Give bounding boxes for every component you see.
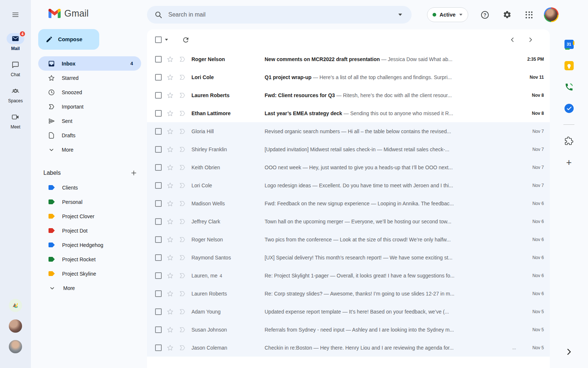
email-row[interactable]: Lauren Roberts Fwd: Client resources for… [147, 86, 550, 104]
row-checkbox[interactable] [155, 236, 162, 243]
email-row[interactable]: Adam Young Updated expense report templa… [147, 302, 550, 321]
rail-item-meet[interactable]: Meet [7, 112, 24, 130]
profile-avatar[interactable] [544, 7, 559, 22]
star-icon[interactable] [166, 146, 174, 153]
row-checkbox[interactable] [155, 200, 162, 207]
email-row[interactable]: Lauren, me4 Re: Project Skylight 1-pager… [147, 266, 550, 284]
star-icon[interactable] [166, 218, 174, 225]
star-icon[interactable] [166, 344, 174, 351]
star-icon[interactable] [166, 308, 174, 315]
email-row[interactable]: Lori Cole Logo redesign ideas — Excellen… [147, 176, 550, 194]
compose-button[interactable]: Compose [38, 29, 99, 50]
important-marker-icon[interactable] [179, 218, 186, 225]
newer-page-button[interactable] [505, 32, 520, 47]
star-icon[interactable] [166, 128, 174, 135]
email-row[interactable]: Roger Nelson Two pics from the conferenc… [147, 230, 550, 248]
sidebar-item-important[interactable]: Important [38, 99, 141, 114]
refresh-button[interactable] [178, 32, 193, 47]
row-checkbox[interactable] [155, 326, 162, 333]
settings-button[interactable] [500, 7, 514, 22]
contact-avatar-2[interactable] [9, 340, 22, 353]
star-icon[interactable] [166, 272, 174, 279]
calendar-button[interactable]: 31 [564, 39, 574, 49]
row-checkbox[interactable] [155, 56, 162, 63]
select-options-button[interactable] [163, 37, 170, 43]
label-item-project-rocket[interactable]: Project Rocket [38, 252, 141, 266]
email-row[interactable]: Ethan Lattimore Last year’s EMEA strateg… [147, 104, 550, 122]
sidebar-item-starred[interactable]: Starred [38, 71, 141, 85]
create-label-button[interactable] [129, 168, 139, 178]
addons-button[interactable] [564, 136, 574, 146]
important-marker-icon[interactable] [179, 308, 186, 315]
row-checkbox[interactable] [155, 272, 162, 279]
tasks-button[interactable] [564, 103, 574, 113]
important-marker-icon[interactable] [179, 254, 186, 261]
important-marker-icon[interactable] [179, 272, 186, 279]
rail-item-spaces[interactable]: Spaces [7, 85, 24, 103]
row-checkbox[interactable] [155, 344, 162, 351]
star-icon[interactable] [166, 326, 174, 333]
star-icon[interactable] [166, 200, 174, 207]
important-marker-icon[interactable] [179, 56, 186, 63]
sidebar-item-snoozed[interactable]: Snoozed [38, 85, 141, 99]
keep-button[interactable] [564, 60, 574, 71]
star-icon[interactable] [166, 110, 174, 117]
email-row[interactable]: Susan Johnson Referrals from Sydney - ne… [147, 321, 550, 339]
important-marker-icon[interactable] [179, 326, 186, 333]
sidebar-item-sent[interactable]: Sent [38, 114, 141, 128]
email-row[interactable]: Lori Cole Q1 project wrap-up — Here’s a … [147, 68, 550, 86]
email-row[interactable]: Roger Nelson New comments on MCR2022 dra… [147, 50, 550, 68]
label-item-project-clover[interactable]: Project Clover [38, 209, 141, 223]
label-item-project-dot[interactable]: Project Dot [38, 223, 141, 238]
star-icon[interactable] [166, 92, 174, 99]
row-checkbox[interactable] [155, 218, 162, 225]
label-item-project-hedgehog[interactable]: Project Hedgehog [38, 238, 141, 252]
older-page-button[interactable] [523, 32, 538, 47]
search-input[interactable] [168, 11, 391, 18]
contact-avatar-1[interactable] [9, 319, 22, 333]
row-checkbox[interactable] [155, 128, 162, 135]
email-row[interactable]: Jason Coleman Checkin in re:Boston — Hey… [147, 339, 550, 357]
important-marker-icon[interactable] [179, 164, 186, 171]
star-icon[interactable] [166, 164, 174, 171]
row-checkbox[interactable] [155, 254, 162, 261]
email-row[interactable]: Shirley Franklin [Updated invitation] Mi… [147, 140, 550, 158]
row-checkbox[interactable] [155, 182, 162, 189]
star-icon[interactable] [166, 56, 174, 63]
email-row[interactable]: Gloria Hill Revised organic search numbe… [147, 122, 550, 140]
email-row[interactable]: Jeffrey Clark Town hall on the upcoming … [147, 212, 550, 230]
voice-button[interactable] [564, 82, 574, 92]
star-icon[interactable] [166, 182, 174, 189]
row-checkbox[interactable] [155, 164, 162, 171]
label-item-personal[interactable]: Personal [38, 195, 141, 209]
important-marker-icon[interactable] [179, 236, 186, 243]
row-checkbox[interactable] [155, 290, 162, 297]
important-marker-icon[interactable] [179, 344, 186, 351]
sidebar-item-more[interactable]: More [38, 142, 141, 157]
important-marker-icon[interactable] [179, 182, 186, 189]
important-marker-icon[interactable] [179, 200, 186, 207]
star-icon[interactable] [166, 290, 174, 297]
search-bar[interactable] [147, 6, 412, 24]
collapse-panel-button[interactable] [564, 347, 574, 357]
main-menu-button[interactable] [7, 6, 24, 24]
row-checkbox[interactable] [155, 308, 162, 315]
email-row[interactable]: Madison Wells Fwd: Feedback on the new s… [147, 194, 550, 212]
email-row[interactable]: Raymond Santos [UX] Special delivery! Th… [147, 248, 550, 266]
row-checkbox[interactable] [155, 146, 162, 153]
star-icon[interactable] [166, 236, 174, 243]
email-row[interactable]: Keith Obrien OOO next week — Hey, just w… [147, 158, 550, 176]
star-icon[interactable] [166, 74, 174, 81]
row-checkbox[interactable] [155, 74, 162, 81]
rail-item-chat[interactable]: Chat [7, 59, 24, 77]
label-item-more[interactable]: More [38, 281, 141, 295]
important-marker-icon[interactable] [179, 146, 186, 153]
row-checkbox[interactable] [155, 92, 162, 99]
select-all-checkbox[interactable] [155, 36, 162, 43]
email-row[interactable]: Lauren Roberts Re: Corp strategy slides?… [147, 284, 550, 302]
star-icon[interactable] [166, 254, 174, 261]
help-button[interactable]: ? [478, 7, 492, 22]
sidebar-item-drafts[interactable]: Drafts [38, 128, 141, 142]
get-addons-button[interactable]: + [564, 157, 574, 167]
important-marker-icon[interactable] [179, 290, 186, 297]
